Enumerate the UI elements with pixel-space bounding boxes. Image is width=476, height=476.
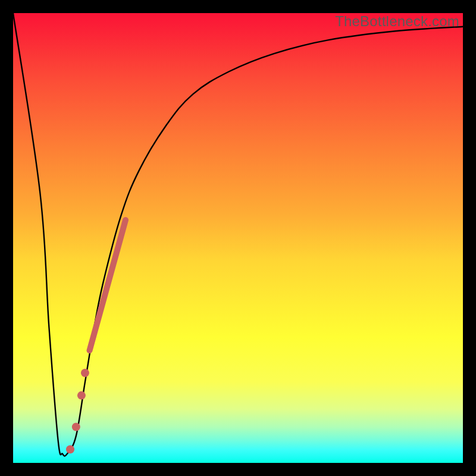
marker-dot-1: [81, 369, 89, 377]
bottleneck-curve: [13, 13, 463, 456]
marker-dot-3: [72, 423, 80, 431]
marker-dot-4: [66, 445, 74, 453]
marker-dot-2: [77, 392, 86, 400]
chart-frame: TheBottleneck.com: [0, 0, 476, 476]
plot-area: TheBottleneck.com: [13, 13, 463, 463]
marker-thick-segment: [90, 220, 126, 350]
chart-svg: [13, 13, 463, 463]
